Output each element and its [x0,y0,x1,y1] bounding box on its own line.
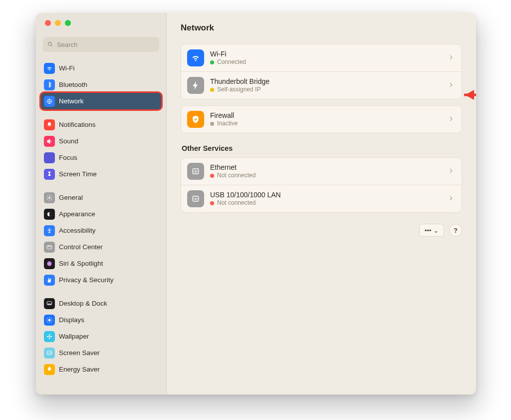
row-title: Wi-Fi [210,50,246,59]
wifi-icon [44,63,55,74]
eth-icon [187,163,204,180]
network-row-wi-fi[interactable]: Wi-FiConnected [181,44,462,72]
zoom-dot[interactable] [65,20,71,26]
row-title: Thunderbolt Bridge [210,77,269,86]
wifi-icon [187,49,204,66]
sidebar-item-wi-fi[interactable]: Wi-Fi [41,60,161,76]
sidebar-item-accessibility[interactable]: Accessibility [41,222,161,239]
sidebar-item-control-center[interactable]: Control Center [41,239,161,255]
sidebar-item-label: Privacy & Security [59,276,114,284]
cc-icon [44,242,55,253]
row-status: Not connected [210,172,256,179]
sidebar-item-label: Accessibility [59,227,96,234]
speaker-icon [44,136,55,147]
sidebar-item-desktop-dock[interactable]: Desktop & Dock [41,295,161,312]
sun-icon [44,315,55,326]
network-row-ethernet[interactable]: EthernetNot connected [181,158,462,185]
sidebar-item-label: Bluetooth [59,81,87,88]
sidebar-item-displays[interactable]: Displays [41,312,161,328]
status-dot [210,201,214,205]
sidebar-item-label: Displays [59,316,84,324]
search-icon [47,41,54,48]
eth-icon [187,190,204,207]
status-dot [210,122,214,126]
other-services-label: Other Services [182,144,462,152]
row-title: USB 10/100/1000 LAN [210,191,281,200]
sidebar-item-focus[interactable]: Focus [41,149,161,166]
sidebar-item-screen-saver[interactable]: Screen Saver [41,345,161,361]
sidebar-item-label: Control Center [59,243,103,251]
row-title: Firewall [210,111,238,120]
frame-icon [44,348,55,359]
sidebar-item-label: Notifications [59,121,96,128]
sidebar-item-label: Energy Saver [59,366,100,373]
chevron-right-icon [448,114,455,125]
dock-icon [44,298,55,309]
sidebar-item-label: Siri & Spotlight [59,260,103,267]
other-services-card: EthernetNot connectedUSB 10/100/1000 LAN… [181,157,462,213]
more-menu-button[interactable]: ••• ⌄ [419,224,444,237]
bt-icon [44,79,55,90]
row-status: Not connected [210,199,281,207]
status-dot [210,60,214,64]
settings-window: Search Wi-FiBluetoothNetworkNotification… [36,13,476,395]
moon-icon [44,152,55,163]
page-title: Network [181,23,462,33]
sidebar-item-notifications[interactable]: Notifications [41,116,161,133]
search-input[interactable]: Search [43,37,159,52]
sidebar-item-label: Screen Time [59,170,97,178]
minimize-dot[interactable] [55,20,61,26]
sidebar-item-appearance[interactable]: Appearance [41,206,161,222]
bulb-icon [44,364,55,375]
row-status: Inactive [210,120,238,127]
chevron-right-icon [448,194,455,204]
sidebar-item-label: Wi-Fi [59,64,74,72]
main-pane: Network Wi-FiConnectedThunderbolt Bridge… [167,13,476,395]
sidebar-item-bluetooth[interactable]: Bluetooth [41,76,161,93]
sidebar-item-label: Focus [59,154,77,161]
network-row-usb-10-100-1000-lan[interactable]: USB 10/100/1000 LANNot connected [181,185,462,212]
help-button[interactable]: ? [449,224,462,237]
row-status: Self-assigned IP [210,86,269,93]
siri-icon [44,258,55,269]
hour-icon [44,169,55,180]
status-dot [210,88,214,92]
flower-icon [44,331,55,342]
chevron-right-icon [448,166,455,177]
sidebar-item-screen-time[interactable]: Screen Time [41,166,161,182]
sidebar-item-siri-spotlight[interactable]: Siri & Spotlight [41,255,161,272]
globe-icon [44,96,55,107]
search-placeholder: Search [57,41,77,48]
sidebar-item-wallpaper[interactable]: Wallpaper [41,328,161,345]
sidebar-item-general[interactable]: General [41,189,161,206]
sidebar-item-energy-saver[interactable]: Energy Saver [41,361,161,378]
close-dot[interactable] [45,20,51,26]
gear-icon [44,192,55,203]
sidebar-item-sound[interactable]: Sound [41,133,161,149]
sidebar-item-label: Desktop & Dock [59,300,107,307]
sidebar-item-network[interactable]: Network [41,93,161,109]
bolt-icon [187,77,204,94]
network-row-firewall[interactable]: FirewallInactive [181,106,462,133]
status-dot [210,174,214,178]
sidebar-item-label: Sound [59,137,78,145]
sidebar-item-label: Wallpaper [59,333,89,340]
sidebar: Search Wi-FiBluetoothNetworkNotification… [36,13,167,395]
appear-icon [44,209,55,220]
bell-icon [44,119,55,130]
sidebar-item-privacy-security[interactable]: Privacy & Security [41,272,161,288]
traffic-lights [36,20,166,27]
chevron-right-icon [448,80,455,91]
sidebar-item-label: Network [59,97,84,105]
bottom-actions: ••• ⌄ ? [181,224,462,237]
primary-interfaces-card: Wi-FiConnectedThunderbolt BridgeSelf-ass… [181,44,462,99]
sidebar-item-label: General [59,194,83,201]
shield-icon [187,111,204,128]
row-status: Connected [210,58,246,66]
access-icon [44,225,55,236]
sidebar-item-label: Appearance [59,210,95,218]
row-title: Ethernet [210,163,256,172]
network-row-thunderbolt-bridge[interactable]: Thunderbolt BridgeSelf-assigned IP [181,72,462,99]
hand-icon [44,275,55,286]
firewall-card: FirewallInactive [181,105,462,133]
